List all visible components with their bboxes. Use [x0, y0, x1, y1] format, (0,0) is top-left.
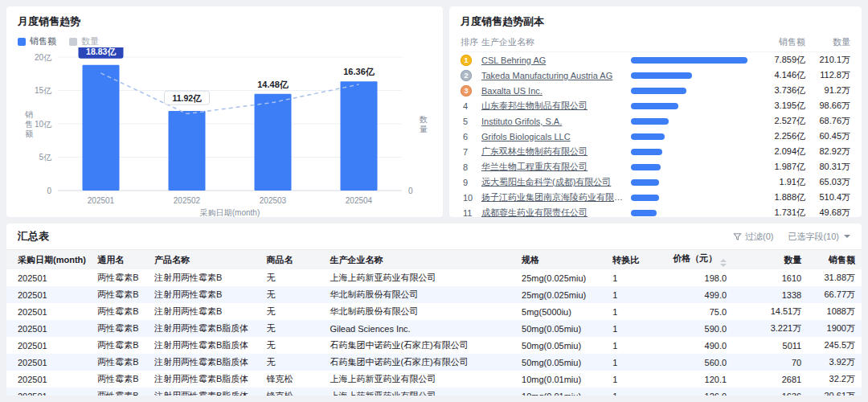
table-cell: 注射用两性霉素B脂质体	[148, 337, 260, 354]
svg-text:15亿: 15亿	[35, 86, 52, 95]
quantity-value: 82.92万	[805, 146, 850, 158]
manufacturer-row: 6Grifols Biologicals LLC2.256亿60.45万	[461, 129, 850, 144]
selected-fields-label: 已选字段(10)	[788, 231, 839, 243]
sales-bar-track	[631, 88, 755, 94]
column-header[interactable]: 销售额	[808, 250, 862, 269]
table-cell: 两性霉素B	[91, 337, 148, 354]
svg-text:202502: 202502	[174, 196, 201, 205]
table-cell: 无	[260, 286, 324, 303]
manufacturer-row: 3Baxalta US Inc.3.736亿91.2万	[461, 83, 850, 98]
sales-bar-track	[631, 179, 755, 186]
column-header[interactable]: 转换比	[606, 250, 657, 269]
table-cell: 两性霉素B	[91, 269, 148, 286]
table-cell: 70	[733, 354, 808, 371]
legend-quantity-label: 数量	[81, 35, 99, 47]
rank-cell: 9	[461, 178, 481, 187]
sales-trend-bar-chart[interactable]: 05亿10亿15亿20亿0销售额数量2025012025022025032025…	[18, 47, 432, 217]
selected-fields-button[interactable]: 已选字段(10)	[788, 231, 850, 243]
svg-text:0: 0	[47, 187, 51, 195]
legend-item-quantity[interactable]: 数量	[69, 35, 99, 47]
table-cell: 两性霉素B	[91, 303, 148, 320]
table-cell: 注射用两性霉素B	[148, 303, 260, 320]
rank-cell: 6	[461, 132, 481, 142]
sales-value: 3.736亿	[755, 84, 805, 96]
table-cell: 两性霉素B	[91, 320, 148, 337]
svg-text:数量: 数量	[419, 115, 428, 133]
table-cell: 无	[260, 354, 324, 371]
column-header[interactable]: 商品名	[260, 250, 324, 269]
rank-cell: 10	[461, 193, 481, 203]
chart-legend: 销售额 数量	[18, 35, 432, 47]
table-cell: 1636	[733, 388, 808, 396]
rank-cell: 3	[461, 85, 481, 96]
table-cell: 66.77万	[808, 286, 862, 303]
column-header[interactable]: 通用名	[91, 250, 148, 269]
table-row[interactable]: 202501两性霉素B注射用两性霉素B脂质体锋克松上海上药新亚药业有限公司10m…	[6, 371, 862, 388]
summary-table: 采购日期(month)通用名产品名称商品名生产企业名称规格转换比价格（元）数量销…	[6, 250, 862, 396]
manufacturer-link[interactable]: 华兰生物工程重庆有限公司	[481, 161, 631, 173]
sales-column-header: 销售额	[755, 36, 805, 48]
table-cell: 32.2万	[808, 371, 862, 388]
sales-bar-track	[631, 72, 755, 79]
rank-cell: 11	[461, 208, 481, 218]
table-cell: 50mg(0.05miu)	[515, 354, 606, 371]
sales-value: 3.195亿	[755, 100, 805, 112]
monthly-sales-trend-copy-panel: 月度销售趋势副本 排序 生产企业名称 销售额 数量 1CSL Behring A…	[449, 6, 862, 217]
manufacturer-link[interactable]: Baxalta US Inc.	[481, 86, 631, 96]
table-cell: 202501	[6, 269, 91, 286]
svg-text:202501: 202501	[88, 196, 115, 205]
manufacturer-link[interactable]: 广东双林生物制药有限公司	[481, 146, 631, 158]
sort-icon[interactable]	[720, 259, 727, 267]
sales-bar	[631, 133, 665, 140]
monthly-sales-trend-panel: 月度销售趋势 销售额 数量 05亿10亿15亿20亿0销售额数量20250120…	[6, 6, 443, 217]
table-cell: 无	[260, 303, 324, 320]
manufacturer-link[interactable]: Grifols Biologicals LLC	[481, 132, 631, 142]
manufacturer-link[interactable]: Instituto Grifols, S.A.	[481, 117, 631, 126]
sales-bar	[631, 164, 661, 170]
table-row[interactable]: 202501两性霉素B注射用两性霉素B脂质体锋克松上海上药新亚药业有限公司10m…	[6, 388, 862, 396]
manufacturer-link[interactable]: 远大蜀阳生命科学(成都)有限公司	[481, 176, 631, 188]
column-header[interactable]: 生产企业名称	[323, 250, 515, 269]
column-header[interactable]: 产品名称	[148, 250, 260, 269]
column-header[interactable]: 采购日期(month)	[6, 250, 91, 269]
column-header[interactable]: 规格	[515, 250, 606, 269]
manufacturer-link[interactable]: 山东泰邦生物制品有限公司	[481, 100, 631, 112]
table-row[interactable]: 202501两性霉素B注射用两性霉素B无上海上药新亚药业有限公司25mg(0.0…	[6, 269, 862, 286]
manufacturer-row: 9远大蜀阳生命科学(成都)有限公司1.91亿65.03万	[461, 174, 850, 190]
svg-text:14.48亿: 14.48亿	[257, 80, 289, 89]
sales-bar	[631, 195, 659, 201]
manufacturer-link[interactable]: 成都蓉生药业有限责任公司	[481, 207, 631, 217]
svg-text:5亿: 5亿	[39, 153, 52, 162]
table-row[interactable]: 202501两性霉素B注射用两性霉素B无华北制药股份有限公司5mg(5000iu…	[6, 303, 862, 320]
manufacturer-row: 8华兰生物工程重庆有限公司1.987亿80.31万	[461, 159, 850, 174]
table-row[interactable]: 202501两性霉素B注射用两性霉素B脂质体无Gilead Sciences I…	[6, 320, 862, 337]
column-header[interactable]: 价格（元）	[657, 250, 733, 269]
rank-cell: 2	[461, 70, 481, 81]
table-cell: 两性霉素B	[91, 388, 148, 396]
manufacturer-row: 1CSL Behring AG7.859亿210.1万	[461, 52, 850, 68]
company-cell: CSL Behring AG	[481, 55, 631, 65]
legend-item-sales[interactable]: 销售额	[18, 35, 56, 47]
legend-quantity-swatch-icon	[69, 38, 77, 46]
sales-value: 7.859亿	[755, 54, 805, 66]
table-row[interactable]: 202501两性霉素B注射用两性霉素B脂质体无石药集团中诺药业(石家庄)有限公司…	[6, 354, 862, 371]
sales-bar	[631, 57, 747, 64]
manufacturer-link[interactable]: Takeda Manufacturing Austria AG	[481, 71, 631, 80]
table-row[interactable]: 202501两性霉素B注射用两性霉素B脂质体无石药集团中诺药业(石家庄)有限公司…	[6, 337, 862, 354]
company-cell: 华兰生物工程重庆有限公司	[481, 161, 631, 173]
rank-cell: 5	[461, 117, 481, 126]
rank-cell: 7	[461, 147, 481, 157]
table-cell: 25mg(0.025miu)	[515, 286, 606, 303]
table-cell: 202501	[6, 320, 91, 337]
table-cell: 锋克松	[260, 371, 324, 388]
manufacturer-link[interactable]: 扬子江药业集团南京海陵药业有限公司(江苏...	[481, 191, 631, 203]
table-cell: 245.5万	[808, 337, 862, 354]
filter-button[interactable]: 过滤(0)	[733, 231, 773, 243]
table-cell: 石药集团中诺药业(石家庄)有限公司	[323, 354, 515, 371]
table-cell: 560.0	[657, 354, 733, 371]
table-cell: 1	[606, 286, 657, 303]
column-header[interactable]: 数量	[733, 250, 808, 269]
table-row[interactable]: 202501两性霉素B注射用两性霉素B无华北制药股份有限公司25mg(0.025…	[6, 286, 862, 303]
manufacturer-link[interactable]: CSL Behring AG	[481, 55, 631, 65]
table-cell: 上海上药新亚药业有限公司	[323, 371, 515, 388]
